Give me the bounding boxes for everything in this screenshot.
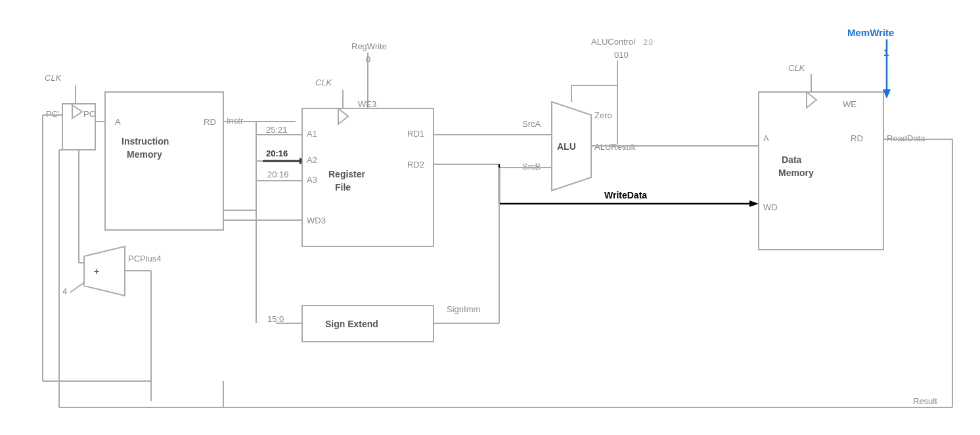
data-memory-label2: Memory <box>778 168 814 178</box>
instruction-memory-box <box>105 92 223 230</box>
clk-dm-label: CLK <box>788 63 806 73</box>
bits-2016b-label: 20:16 <box>267 170 289 179</box>
data-memory-box <box>759 92 883 250</box>
regwrite-label: RegWrite <box>351 41 387 51</box>
register-file-label1: Register <box>328 169 366 179</box>
a2-label: A2 <box>307 155 317 165</box>
datapath-diagram: Instruction Memory A RD CLK PC' PC Instr… <box>0 0 980 435</box>
adder-shape <box>84 246 125 296</box>
we-label: WE <box>843 99 857 109</box>
register-file-label2: File <box>335 182 351 193</box>
instruction-memory-label: Instruction <box>122 136 169 147</box>
signimm-label: SignImm <box>447 304 480 314</box>
bits-150-label: 15:0 <box>267 314 284 324</box>
alucontrol-val: 010 <box>614 50 629 60</box>
bits-2016-label: 20:16 <box>266 149 288 158</box>
readdata-label: ReadData <box>887 133 925 143</box>
alucontrol-label: ALUControl <box>591 37 635 47</box>
clk-pc-label: CLK <box>45 73 62 83</box>
pc-prime-label: PC' <box>46 109 60 119</box>
arrow-writedata <box>749 200 759 207</box>
pc-label: PC <box>83 109 95 119</box>
rd2-label: RD2 <box>407 160 424 170</box>
alucontrol-subscript: 2:0 <box>644 39 653 46</box>
im-a-label: A <box>115 117 121 127</box>
a1-label: A1 <box>307 129 317 139</box>
data-memory-label1: Data <box>782 154 802 165</box>
adder-plus: + <box>94 266 99 277</box>
regwrite-val: 0 <box>366 55 370 64</box>
we3-label: WE3 <box>358 99 376 109</box>
zero-label: Zero <box>594 110 612 120</box>
writedata-label: WriteData <box>604 190 647 200</box>
dm-rd-label: RD <box>851 133 863 143</box>
srca-label: SrcA <box>522 119 541 129</box>
wire-4-to-adder <box>70 283 84 292</box>
instr-label: Instr <box>227 116 244 126</box>
alu-label: ALU <box>557 141 576 152</box>
dm-a-label: A <box>763 133 769 143</box>
val4-label: 4 <box>62 286 67 296</box>
a3-label: A3 <box>307 175 317 185</box>
srcb-label: SrcB <box>522 162 541 172</box>
rd1-label: RD1 <box>407 129 424 139</box>
im-rd-label: RD <box>204 117 216 127</box>
wd3-label: WD3 <box>307 216 326 225</box>
memwrite-label: MemWrite <box>847 27 894 38</box>
bits-2521-label: 25:21 <box>266 125 288 135</box>
pcplus4-label: PCPlus4 <box>128 254 162 263</box>
instruction-memory-label2: Memory <box>127 149 162 160</box>
sign-extend-label: Sign Extend <box>325 319 378 329</box>
dm-wd-label: WD <box>763 202 778 212</box>
result-label: Result <box>913 396 937 406</box>
clk-rf-label: CLK <box>315 78 333 87</box>
aluresult-label: ALUResult <box>594 142 636 152</box>
